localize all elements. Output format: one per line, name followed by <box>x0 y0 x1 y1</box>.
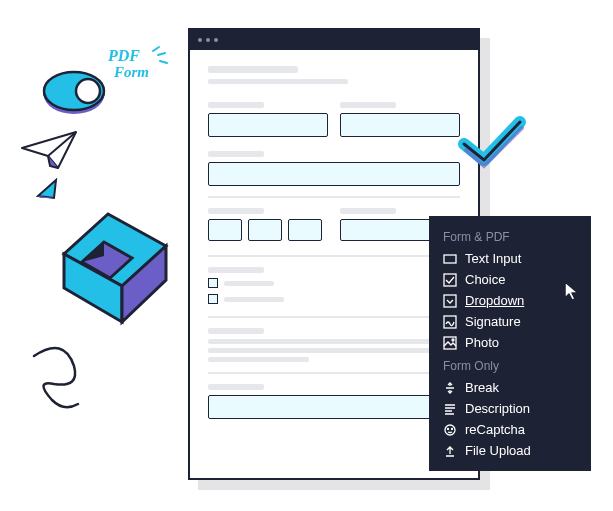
menu-item-label: reCaptcha <box>465 422 577 437</box>
svg-point-11 <box>452 339 454 341</box>
menu-item-label: File Upload <box>465 443 577 458</box>
svg-text:Form: Form <box>113 64 149 80</box>
toggle-decoration <box>38 68 110 116</box>
menu-item-text-input[interactable]: Text Input <box>429 248 591 269</box>
svg-point-12 <box>445 425 455 435</box>
menu-item-label: Break <box>465 380 577 395</box>
menu-item-label: Photo <box>465 335 577 350</box>
menu-item-file-upload[interactable]: File Upload <box>429 440 591 461</box>
field-label-placeholder <box>208 384 264 390</box>
section-divider <box>208 196 460 198</box>
cursor-pointer-icon <box>563 280 583 304</box>
window-dot <box>198 38 202 42</box>
text-input-field[interactable] <box>208 162 460 186</box>
form-title-placeholder <box>208 66 298 73</box>
menu-item-label: Text Input <box>465 251 577 266</box>
svg-point-5 <box>76 79 100 103</box>
paper-plane-decoration <box>18 128 82 174</box>
field-label-placeholder <box>208 151 264 157</box>
menu-item-label: Signature <box>465 314 577 329</box>
menu-item-label: Description <box>465 401 577 416</box>
field-label-placeholder <box>208 102 264 108</box>
triangle-decoration <box>36 178 60 200</box>
menu-item-break[interactable]: Break <box>429 377 591 398</box>
text-input-field[interactable] <box>208 113 328 137</box>
pdf-form-badge: PDF Form <box>108 45 178 83</box>
svg-rect-8 <box>444 295 456 307</box>
cube-decoration <box>48 206 188 336</box>
menu-section-header: Form Only <box>429 357 591 377</box>
dropdown-icon <box>443 294 457 308</box>
small-input-field[interactable] <box>248 219 282 241</box>
small-input-field[interactable] <box>288 219 322 241</box>
form-subtitle-placeholder <box>208 79 348 84</box>
text-input-field[interactable] <box>208 395 460 419</box>
break-icon <box>443 381 457 395</box>
option-label-placeholder <box>224 281 274 286</box>
checkbox-option[interactable] <box>208 294 218 304</box>
svg-point-13 <box>448 428 449 429</box>
field-label-placeholder <box>340 102 396 108</box>
svg-rect-7 <box>444 274 456 286</box>
checkmark-decoration <box>458 116 530 172</box>
description-icon <box>443 402 457 416</box>
section-divider <box>208 255 460 257</box>
svg-rect-9 <box>444 316 456 328</box>
menu-item-label: Choice <box>465 272 577 287</box>
menu-item-photo[interactable]: Photo <box>429 332 591 353</box>
choice-icon <box>443 273 457 287</box>
recaptcha-icon <box>443 423 457 437</box>
menu-item-description[interactable]: Description <box>429 398 591 419</box>
window-titlebar <box>190 30 478 50</box>
menu-section-header: Form & PDF <box>429 228 591 248</box>
checkbox-option[interactable] <box>208 278 218 288</box>
text-input-field[interactable] <box>340 113 460 137</box>
svg-rect-10 <box>444 337 456 349</box>
svg-text:PDF: PDF <box>108 47 140 64</box>
field-type-menu: Form & PDF Text Input Choice Dropdown Si… <box>429 216 591 471</box>
text-line-placeholder <box>208 348 460 353</box>
text-input-icon <box>443 252 457 266</box>
photo-icon <box>443 336 457 350</box>
field-label-placeholder <box>208 208 264 214</box>
menu-item-signature[interactable]: Signature <box>429 311 591 332</box>
upload-icon <box>443 444 457 458</box>
field-label-placeholder <box>208 328 264 334</box>
squiggle-decoration <box>24 336 104 416</box>
section-divider <box>208 316 460 318</box>
field-label-placeholder <box>208 267 264 273</box>
section-divider <box>208 372 460 374</box>
field-label-placeholder <box>340 208 396 214</box>
small-input-field[interactable] <box>208 219 242 241</box>
text-line-placeholder <box>208 357 309 362</box>
menu-item-label: Dropdown <box>465 293 577 308</box>
option-label-placeholder <box>224 297 284 302</box>
window-dot <box>206 38 210 42</box>
svg-rect-6 <box>444 255 456 263</box>
signature-icon <box>443 315 457 329</box>
window-dot <box>214 38 218 42</box>
svg-point-14 <box>452 428 453 429</box>
menu-item-recaptcha[interactable]: reCaptcha <box>429 419 591 440</box>
text-line-placeholder <box>208 339 460 344</box>
